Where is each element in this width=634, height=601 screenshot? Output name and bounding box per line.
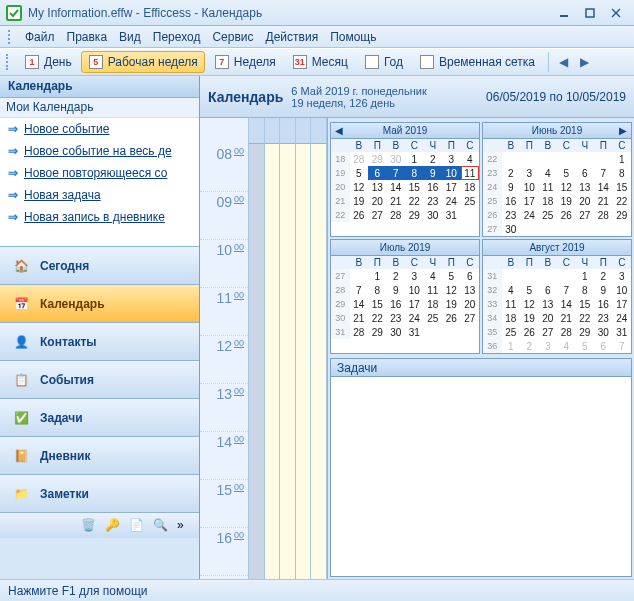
menu-item-4[interactable]: Сервис: [206, 28, 259, 46]
nav-button-3[interactable]: 📋События: [0, 360, 199, 398]
day-cell[interactable]: 9: [387, 283, 406, 297]
search-icon[interactable]: 🔍: [153, 518, 169, 534]
day-cell[interactable]: 22: [368, 311, 387, 325]
day-cell[interactable]: 7: [557, 283, 576, 297]
day-cell[interactable]: 15: [405, 180, 424, 194]
day-cell[interactable]: 16: [424, 180, 443, 194]
day-cell[interactable]: 26: [557, 208, 576, 222]
hour-row[interactable]: 1400: [200, 432, 248, 480]
day-cell[interactable]: 23: [387, 311, 406, 325]
day-cell[interactable]: 28: [594, 208, 613, 222]
day-cell[interactable]: 26: [520, 325, 539, 339]
day-column[interactable]: [296, 118, 312, 579]
day-cell[interactable]: 18: [539, 194, 558, 208]
day-cell[interactable]: 22: [576, 311, 595, 325]
hour-row[interactable]: 1500: [200, 480, 248, 528]
day-cell[interactable]: 5: [442, 269, 461, 283]
day-cell[interactable]: 24: [405, 311, 424, 325]
day-cell[interactable]: 1: [405, 152, 424, 166]
day-cell[interactable]: 10: [442, 166, 461, 180]
page-icon[interactable]: 📄: [129, 518, 145, 534]
view-button-4[interactable]: Год: [357, 51, 410, 73]
day-cell[interactable]: 9: [594, 283, 613, 297]
month-next-button[interactable]: ▶: [617, 125, 629, 136]
tasks-header[interactable]: Задачи: [331, 359, 631, 377]
hour-row[interactable]: 0800: [200, 144, 248, 192]
view-button-2[interactable]: 7Неделя: [207, 51, 283, 73]
day-cell[interactable]: 7: [613, 339, 632, 353]
menu-item-1[interactable]: Правка: [61, 28, 114, 46]
day-cell[interactable]: 16: [387, 297, 406, 311]
day-cell[interactable]: 27: [539, 325, 558, 339]
day-cell[interactable]: 9: [502, 180, 521, 194]
day-cell[interactable]: 1: [368, 269, 387, 283]
day-cell[interactable]: 11: [424, 283, 443, 297]
day-cell[interactable]: 12: [350, 180, 369, 194]
day-cell[interactable]: 16: [594, 297, 613, 311]
day-cell[interactable]: 28: [557, 325, 576, 339]
day-cell[interactable]: 2: [424, 152, 443, 166]
day-cell[interactable]: 28: [387, 208, 406, 222]
month-prev-button[interactable]: ◀: [333, 125, 345, 136]
month-title[interactable]: Май 2019: [383, 125, 428, 136]
day-cell[interactable]: 8: [613, 166, 632, 180]
day-cell[interactable]: 21: [350, 311, 369, 325]
menu-item-3[interactable]: Переход: [147, 28, 207, 46]
day-cell[interactable]: 28: [350, 152, 369, 166]
day-cell[interactable]: 2: [520, 339, 539, 353]
nav-button-6[interactable]: 📁Заметки: [0, 474, 199, 512]
nav-button-5[interactable]: 📔Дневник: [0, 436, 199, 474]
day-cell[interactable]: 14: [350, 297, 369, 311]
day-cell[interactable]: 29: [576, 325, 595, 339]
day-cell[interactable]: 26: [350, 208, 369, 222]
day-cell[interactable]: 3: [613, 269, 632, 283]
day-cell[interactable]: 24: [442, 194, 461, 208]
day-cell[interactable]: 14: [557, 297, 576, 311]
day-cell[interactable]: 14: [387, 180, 406, 194]
day-cell[interactable]: 4: [539, 166, 558, 180]
day-cell[interactable]: 25: [424, 311, 443, 325]
day-cell[interactable]: 24: [520, 208, 539, 222]
nav-button-4[interactable]: ✅Задачи: [0, 398, 199, 436]
day-cell[interactable]: 16: [502, 194, 521, 208]
nav-button-2[interactable]: 👤Контакты: [0, 322, 199, 360]
day-cell[interactable]: 29: [368, 152, 387, 166]
menu-item-6[interactable]: Помощь: [324, 28, 382, 46]
day-cell[interactable]: 7: [594, 166, 613, 180]
day-cell[interactable]: 13: [461, 283, 480, 297]
day-cell[interactable]: 5: [520, 283, 539, 297]
day-cell[interactable]: 31: [613, 325, 632, 339]
day-cell[interactable]: 8: [405, 166, 424, 180]
day-cell[interactable]: 30: [387, 152, 406, 166]
day-cell[interactable]: 25: [502, 325, 521, 339]
day-cell[interactable]: 9: [424, 166, 443, 180]
day-cell[interactable]: 5: [350, 166, 369, 180]
maximize-button[interactable]: [578, 5, 602, 21]
day-cell[interactable]: 27: [576, 208, 595, 222]
time-grid[interactable]: 080009001000110012001300140015001600: [200, 118, 328, 579]
day-cell[interactable]: 27: [461, 311, 480, 325]
day-cell[interactable]: 13: [576, 180, 595, 194]
day-cell[interactable]: 18: [461, 180, 480, 194]
day-cell[interactable]: 4: [461, 152, 480, 166]
day-cell[interactable]: 3: [442, 152, 461, 166]
view-button-3[interactable]: 31Месяц: [285, 51, 355, 73]
day-cell[interactable]: 21: [557, 311, 576, 325]
day-cell[interactable]: 1: [576, 269, 595, 283]
day-cell[interactable]: 6: [576, 166, 595, 180]
day-cell[interactable]: 20: [461, 297, 480, 311]
day-cell[interactable]: 24: [613, 311, 632, 325]
day-cell[interactable]: 11: [502, 297, 521, 311]
day-column[interactable]: [311, 118, 327, 579]
day-cell[interactable]: 22: [613, 194, 632, 208]
day-column[interactable]: [280, 118, 296, 579]
day-cell[interactable]: 19: [520, 311, 539, 325]
hour-row[interactable]: 1600: [200, 528, 248, 576]
day-cell[interactable]: 20: [576, 194, 595, 208]
day-cell[interactable]: 29: [613, 208, 632, 222]
day-cell[interactable]: 12: [557, 180, 576, 194]
hour-row[interactable]: 1200: [200, 336, 248, 384]
day-cell[interactable]: 6: [461, 269, 480, 283]
close-button[interactable]: [604, 5, 628, 21]
day-cell[interactable]: 1: [613, 152, 632, 166]
